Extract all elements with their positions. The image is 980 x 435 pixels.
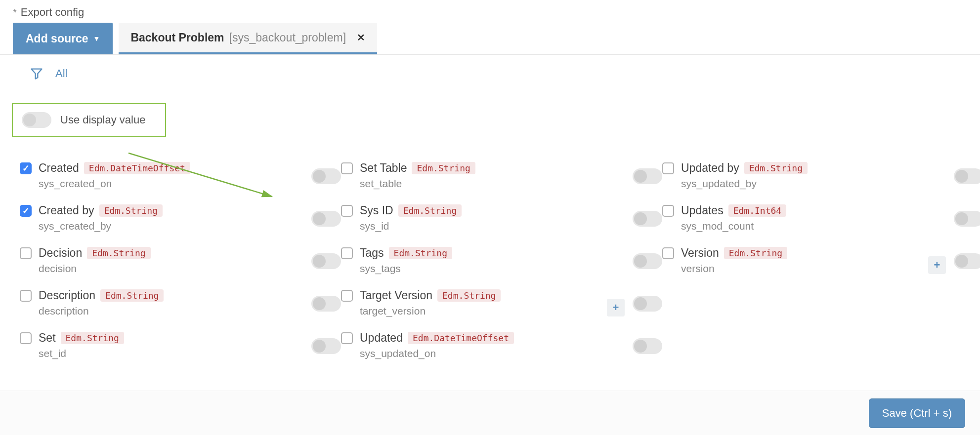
field-row: VersionEdm.Stringversion+ (662, 246, 980, 280)
field-label: Version (681, 246, 719, 259)
field-sys-name: sys_updated_by (681, 178, 924, 190)
field-label: Updated by (681, 161, 739, 174)
field-checkbox[interactable] (341, 162, 353, 174)
save-button[interactable]: Save (Ctrl + s) (869, 398, 965, 428)
field-display-toggle[interactable] (311, 168, 341, 184)
field-checkbox[interactable] (662, 247, 674, 259)
field-sys-name: target_version (360, 305, 603, 317)
field-sys-name: version (681, 263, 924, 275)
expand-field-button[interactable]: + (928, 256, 946, 274)
field-text: DecisionEdm.Stringdecision (39, 246, 282, 275)
field-display-toggle[interactable] (311, 296, 341, 312)
field-row: CreatedEdm.DateTimeOffsetsys_created_on (20, 161, 341, 195)
filter-icon[interactable] (30, 67, 43, 80)
field-checkbox[interactable] (20, 162, 32, 174)
field-text: Sys IDEdm.Stringsys_id (360, 204, 603, 232)
field-checkbox[interactable] (20, 247, 32, 259)
page-title: Export config (21, 6, 84, 19)
use-display-value-toggle[interactable] (22, 112, 51, 128)
close-icon[interactable]: ✕ (357, 32, 365, 43)
field-type-badge: Edm.String (61, 332, 124, 344)
fields-column-2: Set TableEdm.Stringset_tableSys IDEdm.St… (341, 161, 662, 374)
field-text: DescriptionEdm.Stringdescription (39, 289, 282, 317)
field-row: Updated byEdm.Stringsys_updated_by (662, 161, 980, 195)
field-display-toggle[interactable] (633, 211, 662, 227)
tab-slug: [sys_backout_problem] (229, 31, 346, 44)
field-sys-name: sys_id (360, 220, 603, 232)
field-text: Set TableEdm.Stringset_table (360, 161, 603, 190)
field-type-badge: Edm.Int64 (728, 204, 787, 217)
field-type-badge: Edm.String (99, 204, 163, 217)
field-text: VersionEdm.Stringversion (681, 246, 924, 275)
field-text: CreatedEdm.DateTimeOffsetsys_created_on (39, 161, 282, 190)
field-checkbox[interactable] (341, 247, 353, 259)
field-sys-name: description (39, 305, 282, 317)
field-row: SetEdm.Stringset_id (20, 331, 341, 365)
title-bar: * Export config (0, 0, 980, 23)
field-display-toggle[interactable] (311, 211, 341, 227)
svg-marker-0 (32, 69, 42, 79)
field-label: Decision (39, 246, 82, 259)
chevron-down-icon: ▼ (93, 35, 100, 42)
field-type-badge: Edm.String (724, 247, 787, 259)
field-display-toggle[interactable] (954, 211, 980, 227)
field-type-badge: Edm.DateTimeOffset (408, 332, 514, 344)
field-display-toggle[interactable] (633, 296, 662, 312)
use-display-value-box: Use display value (12, 103, 166, 137)
field-label: Set Table (360, 161, 407, 174)
field-label: Updated (360, 331, 403, 344)
field-text: UpdatedEdm.DateTimeOffsetsys_updated_on (360, 331, 603, 359)
field-type-badge: Edm.DateTimeOffset (84, 162, 190, 174)
field-row: Sys IDEdm.Stringsys_id (341, 204, 662, 237)
field-display-toggle[interactable] (311, 253, 341, 269)
field-checkbox[interactable] (20, 205, 32, 217)
field-type-badge: Edm.String (389, 247, 452, 259)
field-checkbox[interactable] (341, 332, 353, 344)
field-label: Tags (360, 246, 384, 259)
field-display-toggle[interactable] (954, 168, 980, 184)
field-checkbox[interactable] (20, 332, 32, 344)
tabs-row: Add source ▼ Backout Problem [sys_backou… (0, 23, 980, 55)
field-display-toggle[interactable] (633, 168, 662, 184)
field-checkbox[interactable] (662, 205, 674, 217)
field-label: Target Version (360, 289, 432, 302)
field-checkbox[interactable] (341, 290, 353, 302)
field-type-badge: Edm.String (437, 289, 501, 302)
field-display-toggle[interactable] (633, 338, 662, 354)
field-checkbox[interactable] (20, 290, 32, 302)
field-display-toggle[interactable] (954, 253, 980, 269)
expand-field-button[interactable]: + (607, 299, 625, 316)
field-checkbox[interactable] (341, 205, 353, 217)
field-display-toggle[interactable] (633, 253, 662, 269)
dirty-indicator-icon: * (13, 7, 17, 18)
field-label: Created (39, 161, 79, 174)
field-text: UpdatesEdm.Int64sys_mod_count (681, 204, 924, 232)
filter-label[interactable]: All (55, 67, 67, 80)
field-display-toggle[interactable] (311, 338, 341, 354)
field-sys-name: set_id (39, 348, 282, 359)
field-checkbox[interactable] (662, 162, 674, 174)
field-sys-name: sys_tags (360, 263, 603, 275)
field-type-badge: Edm.String (398, 204, 462, 217)
field-sys-name: sys_created_on (39, 178, 282, 190)
field-text: Target VersionEdm.Stringtarget_version (360, 289, 603, 317)
field-row: TagsEdm.Stringsys_tags (341, 246, 662, 280)
use-display-value-label: Use display value (60, 114, 145, 126)
field-label: Created by (39, 204, 94, 217)
field-text: Updated byEdm.Stringsys_updated_by (681, 161, 924, 190)
fields-column-3: Updated byEdm.Stringsys_updated_byUpdate… (662, 161, 980, 374)
add-source-button[interactable]: Add source ▼ (13, 23, 113, 54)
field-sys-name: sys_updated_on (360, 348, 603, 359)
field-label: Set (39, 331, 56, 344)
fields-columns: CreatedEdm.DateTimeOffsetsys_created_onC… (0, 142, 980, 374)
field-row: Set TableEdm.Stringset_table (341, 161, 662, 195)
field-label: Sys ID (360, 204, 393, 217)
tab-backout-problem[interactable]: Backout Problem [sys_backout_problem] ✕ (119, 23, 377, 54)
field-row: DecisionEdm.Stringdecision (20, 246, 341, 280)
field-sys-name: sys_created_by (39, 220, 282, 232)
field-text: Created byEdm.Stringsys_created_by (39, 204, 282, 232)
field-sys-name: set_table (360, 178, 603, 190)
field-row: UpdatedEdm.DateTimeOffsetsys_updated_on (341, 331, 662, 365)
filter-row: All (0, 55, 980, 88)
field-sys-name: decision (39, 263, 282, 275)
